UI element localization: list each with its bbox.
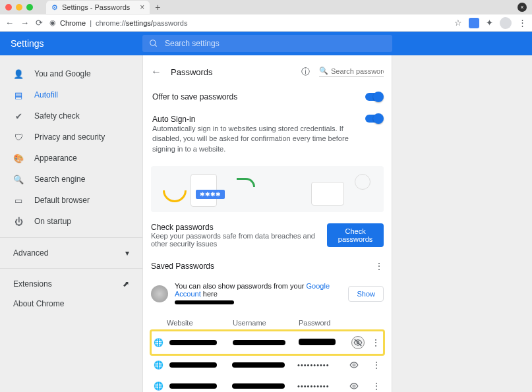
saved-passwords-title: Saved Passwords: [151, 262, 214, 271]
mac-minimize[interactable]: [16, 4, 22, 11]
saved-menu-icon[interactable]: ⋮: [374, 261, 384, 271]
google-avatar: [151, 285, 168, 302]
row-menu-icon[interactable]: ⋮: [372, 381, 381, 391]
profile-avatar[interactable]: [500, 17, 512, 29]
sidebar-item-privacy[interactable]: 🛡Privacy and security: [0, 126, 142, 148]
autofill-icon: ▤: [13, 90, 24, 100]
extensions-icon[interactable]: ✦: [486, 18, 493, 28]
back-button[interactable]: ←: [151, 66, 162, 78]
globe-icon: 🌐: [154, 360, 163, 370]
sidebar: 👤You and Google ▤Autofill ✔Safety check …: [0, 55, 142, 392]
sidebar-item-appearance[interactable]: 🎨Appearance: [0, 148, 142, 169]
sidebar-item-you-google[interactable]: 👤You and Google: [0, 63, 142, 84]
check-desc: Keep your passwords safe from data breac…: [151, 232, 327, 248]
startup-icon: ⏻: [13, 217, 24, 227]
search-icon: 🔍: [319, 67, 328, 75]
svg-point-0: [150, 40, 156, 45]
forward-icon[interactable]: →: [20, 18, 29, 28]
row-menu-icon[interactable]: ⋮: [372, 360, 381, 370]
safety-icon: ✔: [13, 111, 24, 121]
eye-icon[interactable]: [349, 381, 365, 391]
reload-icon[interactable]: ⟳: [36, 18, 43, 28]
illus-pw: ✱✱✱✱: [196, 190, 225, 199]
browser-menu-icon[interactable]: ⋮: [518, 18, 527, 28]
back-icon[interactable]: ←: [5, 18, 14, 28]
password-search[interactable]: 🔍: [319, 67, 384, 77]
sidebar-item-safety[interactable]: ✔Safety check: [0, 105, 142, 126]
main-panel: ← Passwords ⓘ 🔍 Offer to save passwords …: [142, 55, 392, 392]
page-title: Passwords: [171, 67, 292, 77]
eye-off-icon[interactable]: [351, 336, 365, 349]
settings-search[interactable]: [142, 35, 392, 52]
redacted-site: [169, 362, 217, 368]
redacted-user: [233, 340, 285, 345]
svg-point-4: [353, 364, 356, 366]
redacted-site: [169, 340, 217, 345]
password-search-input[interactable]: [331, 67, 384, 75]
password-row[interactable]: 🌐••••••••••⋮: [151, 354, 384, 376]
sidebar-item-startup[interactable]: ⏻On startup: [0, 211, 142, 232]
mac-zoom[interactable]: [26, 4, 33, 11]
settings-search-input[interactable]: [165, 39, 386, 48]
redacted-pw: [299, 339, 336, 345]
new-tab-button[interactable]: +: [155, 2, 160, 13]
site-info-icon[interactable]: ◉: [49, 18, 56, 27]
col-password: Password: [299, 319, 381, 327]
extension-icon[interactable]: [469, 18, 479, 28]
sidebar-extensions[interactable]: Extensions⬈: [0, 274, 142, 294]
person-icon: 👤: [13, 69, 24, 79]
col-website: Website: [167, 319, 233, 327]
sidebar-item-search[interactable]: 🔍Search engine: [0, 169, 142, 190]
url-path: chrome://settings/passwords: [96, 19, 187, 27]
mac-titlebar: ⚙ Settings - Passwords × + ×: [0, 0, 532, 14]
password-row[interactable]: 🌐••••••••••⋮: [151, 376, 384, 392]
browser-toolbar: ← → ⟳ ◉ Chrome | chrome://settings/passw…: [0, 14, 532, 32]
row-menu-icon[interactable]: ⋮: [371, 337, 380, 348]
redacted-email: [175, 300, 234, 304]
svg-point-5: [353, 385, 356, 387]
settings-header: Settings: [0, 32, 532, 55]
globe-icon: 🌐: [154, 338, 163, 347]
eye-icon[interactable]: [349, 360, 365, 370]
shield-icon: 🛡: [13, 132, 24, 142]
search-icon: 🔍: [13, 175, 24, 184]
col-username: Username: [233, 319, 299, 327]
check-title: Check passwords: [151, 223, 327, 232]
help-icon[interactable]: ⓘ: [301, 66, 310, 78]
password-row[interactable]: 🌐⋮: [151, 331, 384, 354]
search-icon: [149, 39, 158, 48]
pw-dots: ••••••••••: [297, 361, 330, 369]
autosignin-desc: Automatically sign in to websites using …: [152, 124, 359, 154]
svg-line-1: [155, 45, 157, 47]
globe-icon: 🌐: [154, 381, 163, 391]
appearance-icon: 🎨: [13, 154, 24, 163]
sidebar-advanced[interactable]: Advanced▾: [0, 243, 142, 263]
sidebar-about[interactable]: About Chrome: [0, 294, 142, 314]
tab-close-icon[interactable]: ×: [140, 3, 144, 12]
tab-title: Settings - Passwords: [62, 3, 130, 11]
illustration: ✱✱✱✱: [151, 166, 384, 212]
redacted-user: [232, 383, 285, 389]
bookmark-icon[interactable]: ☆: [454, 18, 462, 28]
window-close-icon[interactable]: ×: [517, 3, 527, 12]
offer-save-label: Offer to save passwords: [152, 92, 237, 101]
show-button[interactable]: Show: [348, 286, 384, 302]
settings-title: Settings: [0, 38, 142, 49]
chevron-down-icon: ▾: [125, 248, 129, 258]
redacted-site: [169, 383, 217, 389]
mac-close[interactable]: [5, 4, 12, 11]
external-link-icon: ⬈: [123, 279, 129, 289]
redacted-user: [232, 362, 285, 368]
browser-tab[interactable]: ⚙ Settings - Passwords ×: [46, 1, 150, 14]
google-account-text: You can also show passwords from your Go…: [175, 282, 341, 306]
autosignin-toggle[interactable]: [365, 115, 382, 123]
tab-favicon: ⚙: [51, 3, 58, 12]
browser-icon: ▭: [13, 196, 24, 206]
address-bar[interactable]: ◉ Chrome | chrome://settings/passwords: [49, 18, 448, 27]
offer-save-toggle[interactable]: [365, 93, 382, 101]
check-passwords-button[interactable]: Check passwords: [327, 223, 384, 247]
autosignin-label: Auto Sign-in: [152, 115, 359, 124]
url-host: Chrome: [60, 19, 86, 27]
sidebar-item-default[interactable]: ▭Default browser: [0, 190, 142, 211]
sidebar-item-autofill[interactable]: ▤Autofill: [0, 84, 142, 105]
